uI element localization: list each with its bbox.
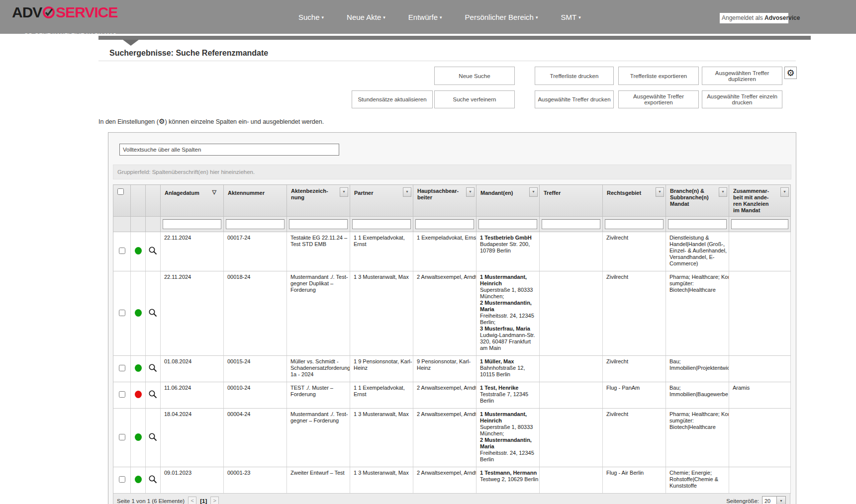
new-search-button[interactable]: Neue Suche: [434, 67, 515, 85]
gear-icon: ⚙: [786, 68, 794, 78]
branche-filter-input[interactable]: [668, 219, 727, 229]
column-header-zusammenarbeit[interactable]: Zusammenar- beit mit ande- ren Kanzleien…: [729, 185, 791, 217]
column-header-hauptsachbearbeiter[interactable]: Hauptsachbear- beiter▼: [413, 185, 476, 217]
cell-anlagedatum: 18.04.2024: [161, 409, 224, 467]
row-select-cell: [113, 382, 131, 409]
cell-aktenbezeichnung: Mustermandant ./. Test- gegner Duplikat …: [287, 271, 350, 356]
print-selected-button[interactable]: Ausgewählte Treffer drucken: [535, 90, 614, 108]
select-all-checkbox[interactable]: [117, 188, 124, 195]
cell-rechtsgebiet: Zivilrecht: [603, 356, 666, 382]
aktenbezeichnung-filter-input[interactable]: [289, 219, 348, 229]
column-header-anlagedatum[interactable]: Anlagedatum▽: [161, 185, 224, 217]
column-header-aktennummer[interactable]: Aktennummer: [224, 185, 287, 217]
menu-item-smt[interactable]: SMT▾: [561, 13, 581, 21]
menu-item-entwuerfe[interactable]: Entwürfe▾: [408, 13, 442, 21]
filter-cell-aktennummer: [224, 217, 287, 232]
column-header-partner[interactable]: Partner▼: [350, 185, 413, 217]
hauptsachbearbeiter-filter-input[interactable]: [415, 219, 474, 229]
column-filter-button[interactable]: ▼: [656, 187, 664, 197]
column-filter-button[interactable]: ▼: [780, 187, 789, 197]
filter-cell-zusammenarbeit: [729, 217, 791, 232]
row-checkbox[interactable]: [119, 434, 125, 440]
row-checkbox[interactable]: [119, 365, 125, 371]
previous-page-button[interactable]: <: [188, 497, 196, 504]
status-dot-green: [135, 309, 142, 317]
table-row: 09.01.202300001-23Zweiter Entwurf – Test…: [113, 467, 791, 494]
print-selected-individually-button[interactable]: Ausgewählte Treffer einzeln drucken: [702, 90, 782, 108]
filter-cell-aktenbezeichnung: [287, 217, 350, 232]
brand-check-icon: [42, 6, 55, 24]
next-page-button[interactable]: >: [210, 497, 219, 504]
column-label: Branche(n) & Subbranche(n) Mandat: [670, 188, 709, 207]
row-checkbox[interactable]: [119, 248, 125, 254]
detail-search-icon[interactable]: [148, 308, 158, 318]
rechtsgebiet-filter-input[interactable]: [605, 219, 664, 229]
row-select-cell: [113, 271, 131, 356]
column-label: Anlagedatum: [165, 190, 199, 196]
column-filter-button[interactable]: ▼: [403, 187, 411, 197]
results-table: Anlagedatum▽AktennummerAktenbezeich- nun…: [113, 184, 791, 494]
print-results-button[interactable]: Trefferliste drucken: [535, 67, 614, 85]
column-filter-button[interactable]: ▼: [529, 187, 538, 197]
cell-rechtsgebiet: Flug - Air Berlin: [603, 467, 666, 494]
menu-item-persoenlicher-bereich[interactable]: Persönlicher Bereich▾: [465, 13, 538, 21]
aktennummer-filter-input[interactable]: [226, 219, 285, 229]
logged-in-status: Angemeldet als Advoservice: [720, 13, 788, 23]
page-size-select[interactable]: 20 ▼: [762, 496, 786, 504]
cell-anlagedatum: 09.01.2023: [161, 467, 224, 494]
row-checkbox[interactable]: [119, 310, 125, 316]
column-header-treffer[interactable]: Treffer: [540, 185, 603, 217]
cell-zusammenarbeit: [729, 232, 791, 271]
column-filter-button[interactable]: ▼: [466, 187, 475, 197]
update-hourly-rates-button[interactable]: Stundensätze aktualisieren: [352, 90, 433, 108]
column-filter-button[interactable]: ▼: [719, 187, 727, 197]
anlagedatum-filter-input[interactable]: [163, 219, 221, 229]
refine-search-button[interactable]: Suche verfeinern: [434, 90, 515, 108]
row-detail-cell: [146, 356, 161, 382]
row-checkbox[interactable]: [119, 391, 125, 398]
chevron-down-icon: ▾: [440, 15, 442, 20]
group-field-dropzone[interactable]: Gruppierfeld: Spaltenüberschrift(en) hie…: [113, 165, 791, 179]
cell-mandanten: 1 Testmann, Hermann Testweg 2, 10629 Ber…: [476, 467, 540, 494]
fulltext-search-input[interactable]: [119, 144, 339, 156]
cell-treffer: [540, 409, 603, 467]
zusammenarbeit-filter-input[interactable]: [731, 219, 788, 229]
cell-rechtsgebiet: Zivilrecht: [603, 409, 666, 467]
column-header-mandanten[interactable]: Mandant(en)▼: [476, 185, 540, 217]
settings-gear-button[interactable]: ⚙: [784, 67, 797, 79]
duplicate-selected-button[interactable]: Ausgewählten Treffer duplizieren: [702, 67, 782, 85]
row-select-cell: [113, 409, 131, 467]
table-row: 18.04.202400004-24Mustermandant ./. Test…: [113, 409, 791, 467]
export-selected-button[interactable]: Ausgewählte Treffer exportieren: [618, 90, 699, 108]
cell-partner: 1 3 Musteranwalt, Max: [350, 467, 413, 494]
cell-branche: Pharma; Healthcare; Kon- sumgüter: Biote…: [666, 271, 729, 356]
status-dot-green: [135, 476, 142, 483]
page-size-label: Seitengröße:: [726, 498, 759, 504]
column-header-rechtsgebiet[interactable]: Rechtsgebiet▼: [603, 185, 666, 217]
menu-item-neue-akte[interactable]: Neue Akte▾: [347, 13, 385, 21]
cell-partner: 1 3 Musteranwalt, Max: [350, 409, 413, 467]
detail-search-icon[interactable]: [148, 390, 158, 399]
cell-partner: 1 9 Pensionsnotar, Karl- Heinz: [350, 356, 413, 382]
detail-search-icon[interactable]: [148, 432, 158, 442]
table-row: 01.08.202400015-24Müller vs. Schmidt - S…: [113, 356, 791, 382]
detail-search-icon[interactable]: [148, 475, 158, 484]
brand-tagline: SO GEHT KANZLEI-IT NACH MAß: [24, 28, 116, 43]
export-results-button[interactable]: Trefferliste exportieren: [618, 67, 699, 85]
filter-spacer-cell: [113, 217, 131, 232]
detail-search-icon[interactable]: [148, 363, 158, 373]
treffer-filter-input[interactable]: [542, 219, 600, 229]
menu-item-suche[interactable]: Suche▾: [298, 13, 324, 21]
cell-hauptsachbearbeiter: 2 Anwaltsexempel, Arndt: [413, 409, 476, 467]
brand-logo: ADVSERVICE SO GEHT KANZLEI-IT NACH MAß: [12, 5, 118, 24]
row-checkbox[interactable]: [119, 476, 125, 483]
column-filter-button[interactable]: ▼: [340, 187, 348, 197]
column-header-aktenbezeichnung[interactable]: Aktenbezeich- nung▼: [287, 185, 350, 217]
current-page-number[interactable]: [1]: [200, 498, 207, 504]
status-dot-red: [135, 391, 142, 398]
partner-filter-input[interactable]: [352, 219, 411, 229]
mandanten-filter-input[interactable]: [478, 219, 537, 229]
detail-search-icon[interactable]: [148, 246, 158, 255]
column-header-branche[interactable]: Branche(n) & Subbranche(n) Mandat▼: [666, 185, 729, 217]
cell-aktennummer: 00018-24: [224, 271, 287, 356]
